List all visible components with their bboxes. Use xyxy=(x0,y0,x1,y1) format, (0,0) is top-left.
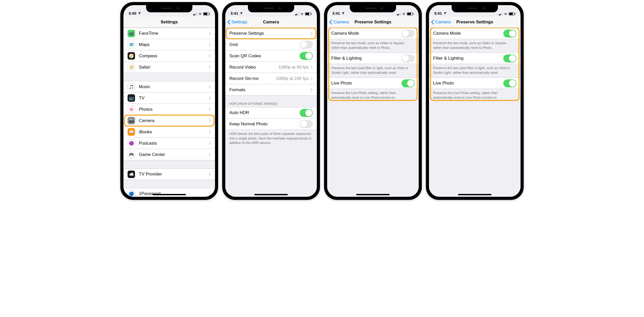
settings-row[interactable]: Filter & Lighting xyxy=(429,53,521,64)
chevron-right-icon xyxy=(311,32,313,35)
status-indicators xyxy=(295,12,312,15)
toggle-switch[interactable] xyxy=(401,54,415,62)
settings-row[interactable]: Camera Mode xyxy=(327,28,419,39)
settings-row[interactable]: Record Video1080p at 60 fps xyxy=(225,62,317,73)
back-label: Camera xyxy=(333,20,349,25)
row-label: Live Photo xyxy=(331,81,401,86)
svg-rect-5 xyxy=(311,13,312,15)
back-button[interactable]: Camera xyxy=(431,20,451,25)
home-indicator[interactable] xyxy=(356,194,390,195)
iphone-mockup: 3:41 CameraPreserve SettingsCamera ModeP… xyxy=(426,2,524,200)
settings-row[interactable]: ☁️TV Provider xyxy=(123,169,215,180)
status-time: 3:41 xyxy=(230,11,243,15)
row-label: Camera Mode xyxy=(433,31,503,36)
svg-rect-1 xyxy=(204,13,207,15)
home-indicator[interactable] xyxy=(458,194,491,195)
battery-icon xyxy=(407,12,414,15)
location-icon xyxy=(240,11,243,15)
settings-row[interactable]: Preserve Settings xyxy=(225,28,317,39)
group-footer: Preserve the last mode, such as Video or… xyxy=(327,39,419,52)
location-icon xyxy=(342,11,345,15)
settings-row[interactable]: Grid xyxy=(225,39,317,50)
home-indicator[interactable] xyxy=(153,194,186,195)
toggle-switch[interactable] xyxy=(300,52,313,60)
home-indicator[interactable] xyxy=(254,194,288,195)
back-button[interactable]: Settings xyxy=(227,20,247,25)
status-indicators xyxy=(193,12,210,15)
settings-group: 📹FaceTime🗺️Maps🧭Compass🧭Safari xyxy=(123,28,215,73)
row-label: TV xyxy=(139,96,209,101)
maps-app-icon: 🗺️ xyxy=(128,41,135,48)
settings-row[interactable]: 🎮Game Center xyxy=(123,149,215,160)
page-title: Preserve Settings xyxy=(456,20,493,25)
settings-row[interactable]: Filter & Lighting xyxy=(327,53,419,64)
settings-group: 🎵Music📺TV🌸Photos📷Camera📖iBooks🟣Podcasts🎮… xyxy=(123,81,215,160)
signal-icon xyxy=(397,13,401,15)
row-label: Preserve Settings xyxy=(229,31,311,36)
settings-group: Camera ModePreserve the last mode, such … xyxy=(327,28,419,52)
navigation-bar: Settings xyxy=(123,16,215,28)
settings-row[interactable]: Formats xyxy=(225,84,317,96)
chevron-right-icon xyxy=(209,130,211,134)
toggle-switch[interactable] xyxy=(300,109,313,117)
settings-row[interactable]: 📖iBooks xyxy=(123,126,215,138)
settings-row[interactable]: Live Photo xyxy=(327,78,419,89)
settings-row[interactable]: 📷Camera xyxy=(123,115,215,126)
settings-row[interactable]: 🗺️Maps xyxy=(123,39,215,50)
group-footer: Preserve the last used filter or light, … xyxy=(429,64,521,77)
settings-group: Preserve SettingsGridScan QR CodesRecord… xyxy=(225,28,317,96)
row-label: TV Provider xyxy=(139,172,209,177)
toggle-switch[interactable] xyxy=(503,54,516,62)
settings-row[interactable]: 🌸Photos xyxy=(123,104,215,115)
time-label: 3:40 xyxy=(129,11,136,15)
signal-icon xyxy=(499,13,503,15)
toggle-switch[interactable] xyxy=(401,79,415,87)
settings-row[interactable]: Camera Mode xyxy=(429,28,521,39)
toggle-switch[interactable] xyxy=(300,41,313,49)
settings-row[interactable]: 🧭Compass xyxy=(123,50,215,62)
settings-group: Live PhotoPreserve the Live Photo settin… xyxy=(327,78,419,101)
settings-row[interactable]: Record Slo-mo1080p at 240 fps xyxy=(225,73,317,84)
back-button[interactable]: Camera xyxy=(329,20,349,25)
page-title: Preserve Settings xyxy=(354,20,391,25)
content-area[interactable]: Camera ModePreserve the last mode, such … xyxy=(327,28,419,197)
svg-rect-10 xyxy=(509,13,513,15)
wifi-icon xyxy=(402,12,406,15)
settings-row[interactable]: 🧭Safari xyxy=(123,62,215,73)
battery-icon xyxy=(203,12,210,15)
wifi-icon xyxy=(198,12,202,15)
toggle-switch[interactable] xyxy=(300,120,313,128)
wifi-icon xyxy=(300,12,304,15)
chevron-right-icon xyxy=(311,88,313,91)
row-label: Formats xyxy=(229,87,311,92)
status-indicators xyxy=(397,12,414,15)
content-area[interactable]: 📹FaceTime🗺️Maps🧭Compass🧭Safari🎵Music📺TV🌸… xyxy=(123,28,215,197)
settings-row[interactable]: 📺TV xyxy=(123,92,215,104)
chevron-right-icon xyxy=(209,54,211,58)
screen: 3:41 CameraPreserve SettingsCamera ModeP… xyxy=(429,5,521,197)
row-detail: 1080p at 240 fps xyxy=(276,76,309,81)
ibooks-app-icon: 📖 xyxy=(128,128,135,136)
toggle-switch[interactable] xyxy=(503,79,516,87)
navigation-bar: CameraPreserve Settings xyxy=(429,16,521,28)
settings-group: Live PhotoPreserve the Live Photo settin… xyxy=(429,78,521,101)
content-area[interactable]: Camera ModePreserve the last mode, such … xyxy=(429,28,521,197)
settings-row[interactable]: Live Photo xyxy=(429,78,521,89)
content-area[interactable]: Preserve SettingsGridScan QR CodesRecord… xyxy=(225,28,317,197)
row-label: Camera Mode xyxy=(331,31,401,36)
settings-row[interactable]: Keep Normal Photo xyxy=(225,118,317,130)
settings-row[interactable]: 🟣Podcasts xyxy=(123,138,215,149)
location-icon xyxy=(138,11,141,15)
time-label: 3:41 xyxy=(332,11,340,15)
status-time: 3:41 xyxy=(332,11,345,15)
settings-row[interactable]: Auto HDR xyxy=(225,107,317,118)
chevron-right-icon xyxy=(209,192,211,195)
chevron-right-icon xyxy=(209,108,211,111)
settings-row[interactable]: 🎵Music xyxy=(123,81,215,92)
settings-row[interactable]: 📹FaceTime xyxy=(123,28,215,39)
toggle-switch[interactable] xyxy=(503,30,516,38)
settings-row[interactable]: 🔵1Password xyxy=(123,188,215,197)
toggle-switch[interactable] xyxy=(401,30,415,38)
svg-rect-7 xyxy=(407,13,411,15)
settings-row[interactable]: Scan QR Codes xyxy=(225,50,317,62)
